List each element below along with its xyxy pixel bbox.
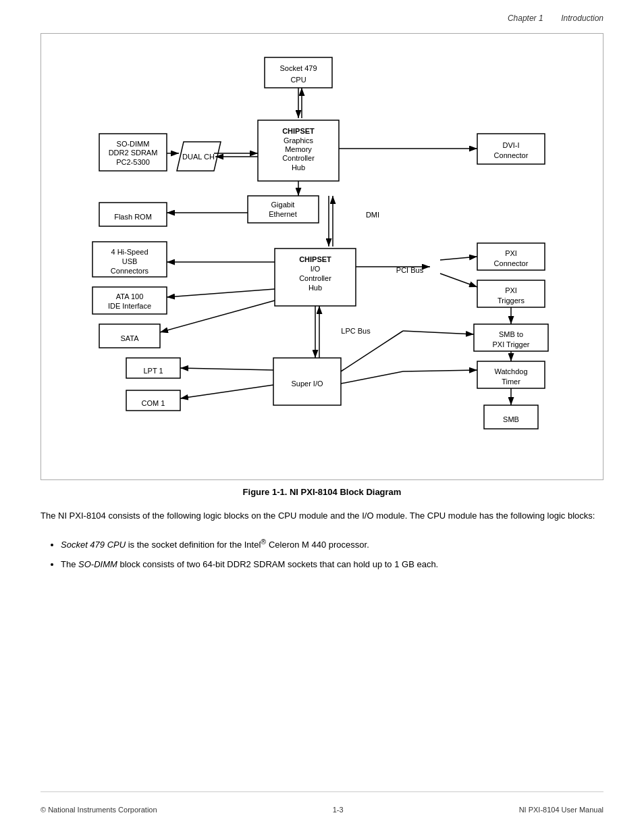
chipset-gmch-text1: CHIPSET	[282, 127, 315, 135]
footer-right: NI PXI-8104 User Manual	[519, 806, 603, 814]
figure-title-suffix: NI PXI-8104 Block Diagram	[290, 487, 401, 497]
gigabit-text1: Gigabit	[271, 201, 295, 209]
chapter-label: Chapter 1	[508, 14, 543, 23]
ata-ide-text2: IDE Interface	[108, 302, 151, 310]
block-diagram-svg: Socket 479 CPU CHIPSET Graphics Memory C…	[65, 47, 579, 466]
chipset-gmch-text4: Controller	[282, 154, 315, 162]
superio-to-smb-line1	[341, 331, 403, 371]
usb-text3: Connectors	[111, 267, 149, 275]
chipset-ich-text3: Controller	[299, 274, 331, 282]
super-io-text: Super I/O	[291, 380, 323, 388]
chipset-gmch-text2: Graphics	[284, 136, 314, 145]
figure-title-bold: Figure 1-1.	[243, 487, 288, 497]
socket-cpu-text2: CPU	[290, 76, 306, 84]
superio-to-com1-arrow	[180, 385, 273, 398]
pxi-triggers-text2: Triggers	[498, 296, 525, 305]
superio-to-smb-line2	[403, 331, 474, 334]
chipset-ich-text1: CHIPSET	[299, 255, 331, 263]
page-footer: © National Instruments Corporation 1-3 N…	[41, 791, 603, 814]
gigabit-box	[248, 196, 319, 223]
lpt1-text: LPT 1	[143, 367, 163, 375]
so-dimm-text2: DDR2 SDRAM	[109, 149, 158, 157]
bullet-list: Socket 479 CPU is the socket definition …	[61, 536, 603, 578]
usb-text2: USB	[122, 257, 138, 265]
body-paragraph: The NI PXI-8104 consists of the followin…	[41, 509, 603, 523]
flash-rom-text: Flash ROM	[114, 213, 152, 221]
smb-text: SMB	[503, 415, 519, 423]
pxi-connector-text1: PXI	[505, 249, 517, 257]
dvi-connector-text2: Connector	[494, 151, 529, 159]
ata-ide-box	[92, 287, 167, 314]
chapter-header: Chapter 1 Introduction	[41, 14, 603, 23]
bullet1-italic: Socket 479 CPU	[61, 540, 126, 550]
superio-to-watchdog-line1	[341, 371, 403, 384]
bullet-item-2: The SO-DIMM block consists of two 64-bit…	[61, 558, 603, 571]
body-text-content: The NI PXI-8104 consists of the followin…	[41, 511, 595, 521]
usb-text1: 4 Hi-Speed	[111, 248, 148, 256]
watchdog-text1: Watchdog	[494, 367, 527, 375]
socket-cpu-text: Socket 479	[279, 64, 317, 72]
bullet2-text-pre: The	[61, 559, 78, 569]
pxi-connector-text2: Connector	[494, 259, 529, 267]
pci-to-pxi-connector-arrow	[440, 257, 477, 260]
section-label: Introduction	[561, 14, 603, 23]
chipset-gmch-text3: Memory	[285, 145, 312, 153]
dmi-text: DMI	[366, 211, 379, 219]
block-diagram-container: Socket 479 CPU CHIPSET Graphics Memory C…	[41, 33, 603, 480]
bullet-item-1: Socket 479 CPU is the socket definition …	[61, 536, 603, 552]
com1-text: COM 1	[142, 399, 165, 407]
lpc-bus-text: LPC Bus	[341, 327, 371, 335]
so-dimm-text1: SO-DIMM	[117, 140, 150, 148]
footer-center: 1-3	[333, 806, 344, 814]
bullet2-italic: SO-DIMM	[78, 559, 117, 569]
figure-caption: Figure 1-1. NI PXI-8104 Block Diagram	[41, 487, 603, 497]
pci-to-pxi-triggers-arrow	[440, 273, 477, 287]
dual-ch-text: DUAL CH	[182, 153, 215, 161]
chipset-ich-text2: I/O	[311, 265, 321, 273]
superio-to-watchdog-line2	[403, 370, 477, 371]
footer-left: © National Instruments Corporation	[41, 806, 157, 814]
watchdog-text2: Timer	[502, 377, 520, 386]
chipset-ich-text4: Hub	[308, 284, 322, 292]
dvi-connector-text1: DVI-I	[502, 141, 519, 149]
page-container: Chapter 1 Introduction Socket 479 CPU	[0, 0, 644, 834]
chipset-gmch-text5: Hub	[292, 163, 305, 172]
sata-text: SATA	[120, 334, 139, 342]
pci-bus-text: PCI Bus	[396, 266, 424, 274]
bullet1-text: is the socket definition for the Intel® …	[128, 540, 369, 550]
smb-pxi-text1: SMB to	[499, 330, 523, 338]
superio-to-lpt1-arrow	[180, 368, 273, 370]
gigabit-text2: Ethernet	[269, 210, 297, 218]
so-dimm-text3: PC2-5300	[116, 158, 150, 166]
ich-to-ata-arrow	[167, 289, 275, 297]
ich-to-sata-arrow	[160, 301, 275, 332]
pxi-triggers-text1: PXI	[505, 286, 517, 294]
ata-ide-text1: ATA 100	[116, 292, 144, 301]
bullet2-text-post: block consists of two 64-bit DDR2 SDRAM …	[117, 559, 438, 569]
smb-pxi-text2: PXI Trigger	[492, 340, 529, 348]
